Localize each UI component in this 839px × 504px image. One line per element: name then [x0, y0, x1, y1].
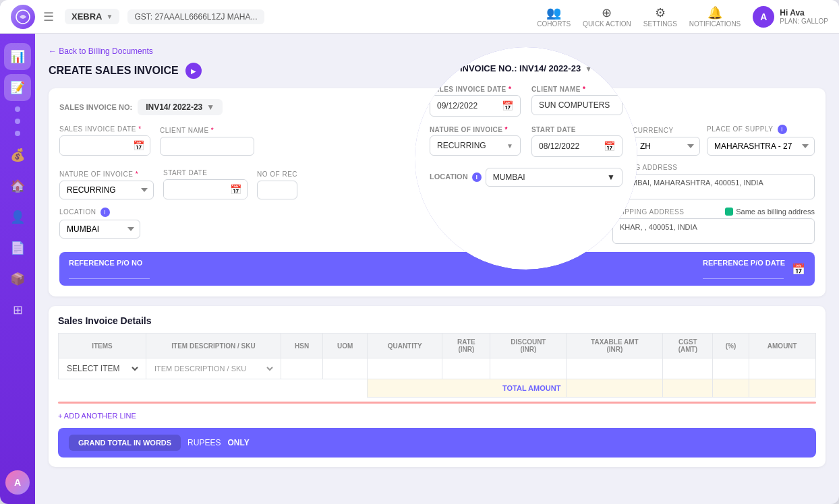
sales-date-input[interactable]: 09/12/2022 — [60, 137, 127, 154]
zoom-sales-date-calendar-icon[interactable]: 📅 — [502, 100, 513, 111]
cgst-pct-cell — [713, 358, 749, 379]
invoice-no-badge: INV14/ 2022-23 ▼ — [138, 99, 223, 115]
sidebar-user-avatar[interactable]: A — [5, 470, 30, 495]
place-of-supply-select[interactable]: MAHARASHTRA - 27 — [707, 137, 815, 156]
avatar: A — [753, 6, 774, 28]
ref-po-no-input[interactable] — [69, 269, 150, 279]
location-select[interactable]: MUMBAI — [59, 220, 140, 239]
page-header: CREATE SALES INVOICE ▶ — [49, 63, 826, 79]
zoom-location-select[interactable]: MUMBAI ▼ — [486, 168, 623, 187]
quick-action-button[interactable]: ⊕ QUICK ACTION — [583, 5, 631, 28]
sidebar-item-grid[interactable]: ⊞ — [4, 296, 31, 323]
zoom-nature-select[interactable]: RECURRING ▼ — [430, 135, 521, 156]
total-amount-label: TOTAL AMOUNT — [368, 379, 567, 398]
invoice-no-value: INV14/ 2022-23 — [146, 102, 202, 112]
col-cgst-amt: CGST(AMT) — [663, 334, 713, 358]
discount-cell — [490, 358, 567, 379]
back-link[interactable]: Back to Billing Documents — [49, 46, 153, 56]
sidebar-item-billing[interactable]: 📝 — [4, 74, 31, 101]
table-row: SELECT ITEM ITEM DESCRIPTION / SKU — [59, 358, 816, 379]
sidebar-bottom: A — [5, 470, 30, 495]
item-cell: SELECT ITEM — [59, 358, 146, 379]
top-nav: ☰ XEBRA ▼ GST: 27AAALL6666L1ZJ MAHA... 👥… — [0, 0, 839, 34]
total-amount — [749, 379, 815, 398]
ref-po-date-input[interactable] — [703, 269, 784, 279]
zoom-sales-date-input[interactable]: 09/12/2022 📅 — [430, 95, 521, 117]
billing-address-group: BILLING ADDRESS MUMBAI, MAHARASHTRA, 400… — [612, 164, 815, 199]
user-menu[interactable]: A Hi Ava PLAN: GALLOP — [753, 6, 828, 28]
zoom-row-2: NATURE OF INVOICE * RECURRING ▼ START DA… — [430, 126, 623, 157]
total-cgst-amt — [663, 379, 713, 398]
currency-label: CURRENCY — [633, 127, 700, 134]
add-line-button[interactable]: + ADD ANOTHER LINE — [58, 412, 136, 420]
app-logo — [11, 5, 35, 29]
company-selector[interactable]: XEBRA ▼ — [65, 9, 119, 24]
ref-po-date-calendar-icon[interactable]: 📅 — [792, 263, 805, 276]
sidebar-item-reports[interactable]: 📄 — [4, 234, 31, 261]
currency-select[interactable]: ZH — [633, 137, 700, 156]
sidebar-item-inventory[interactable]: 📦 — [4, 265, 31, 292]
sidebar: 📊 📝 💰 🏠 👤 📄 📦 ⊞ A — [0, 34, 35, 504]
col-items: ITEMS — [59, 334, 146, 358]
zoom-client-name-input[interactable]: SUN COMPUTERS — [531, 95, 623, 115]
no-of-rec-group: NO OF REC 11 — [257, 170, 297, 199]
grand-total-section: GRAND TOTAL IN WORDS RUPEES ONLY — [58, 428, 816, 458]
invoice-no-arrow-icon: ▼ — [206, 102, 214, 112]
col-taxable: TAXABLE AMT(INR) — [567, 334, 663, 358]
sales-date-input-wrapper: 09/12/2022 📅 — [59, 135, 150, 156]
sidebar-item-money[interactable]: 💰 — [4, 141, 31, 168]
items-table: ITEMS ITEM DESCRIPTION / SKU HSN UOM QUA… — [58, 333, 816, 398]
sidebar-item-home[interactable]: 🏠 — [4, 172, 31, 199]
zoom-overlay: INVOICE NO.: INV14/ 2022-23 ▼ SALES INVO… — [415, 47, 637, 270]
user-plan: PLAN: GALLOP — [780, 18, 828, 25]
company-name: XEBRA — [71, 11, 103, 22]
bell-icon: 🔔 — [707, 5, 722, 20]
company-arrow-icon: ▼ — [107, 13, 113, 20]
nature-select[interactable]: RECURRING — [59, 181, 154, 199]
desc-select[interactable]: ITEM DESCRIPTION / SKU — [152, 364, 275, 373]
reference-section: REFERENCE P/O NO REFERENCE P/O DATE 📅 — [59, 252, 815, 286]
zoom-start-date-field: START DATE 08/12/2022 📅 — [531, 126, 623, 157]
same-billing-checkbox-row: Same as billing address — [725, 208, 815, 216]
zoom-location-info-icon: i — [472, 172, 482, 182]
taxable-cell — [567, 358, 663, 379]
desc-cell: ITEM DESCRIPTION / SKU — [146, 358, 281, 379]
start-date-input[interactable]: 08/12/2022 — [164, 181, 225, 198]
item-select[interactable]: SELECT ITEM — [64, 363, 140, 374]
hamburger-icon[interactable]: ☰ — [43, 9, 54, 24]
settings-icon: ⚙ — [655, 5, 666, 20]
zoom-location-arrow-icon: ▼ — [607, 172, 615, 182]
settings-button[interactable]: ⚙ SETTINGS — [643, 5, 677, 28]
start-date-group: START DATE 08/12/2022 📅 — [163, 169, 248, 199]
sales-date-calendar-icon[interactable]: 📅 — [127, 136, 150, 155]
invoice-no-label: SALES INVOICE NO: — [59, 103, 132, 111]
zoom-start-date-calendar-icon[interactable]: 📅 — [604, 141, 615, 152]
sidebar-item-users[interactable]: 👤 — [4, 203, 31, 230]
shipping-address-input[interactable]: KHAR, , 400051, INDIA — [612, 218, 815, 244]
progress-bar — [58, 402, 816, 404]
sales-date-group: SALES INVOICE DATE * 09/12/2022 📅 — [59, 125, 150, 156]
user-greeting: Hi Ava — [780, 8, 828, 18]
col-uom: UOM — [323, 334, 368, 358]
cohorts-button[interactable]: 👥 COHORTS — [537, 5, 571, 28]
billing-address-input[interactable]: MUMBAI, MAHARASHTRA, 400051, INDIA — [612, 174, 815, 199]
sidebar-item-dashboard[interactable]: 📊 — [4, 43, 31, 70]
nature-group: NATURE OF INVOICE * RECURRING — [59, 170, 154, 199]
billing-address-label: BILLING ADDRESS — [612, 164, 815, 171]
place-of-supply-group: PLACE OF SUPPLY i MAHARASHTRA - 27 — [707, 125, 815, 156]
client-name-input[interactable]: SUN COMPUTERS — [160, 137, 254, 156]
cgst-amt-cell — [663, 358, 713, 379]
grand-total-rupees: RUPEES — [187, 438, 221, 447]
zoom-start-date-input[interactable]: 08/12/2022 📅 — [531, 135, 623, 157]
cohorts-icon: 👥 — [546, 5, 561, 20]
play-button[interactable]: ▶ — [185, 63, 202, 79]
currency-group: CURRENCY ZH — [633, 127, 700, 156]
shipping-address-group: SHIPPING ADDRESS Same as billing address… — [612, 208, 815, 244]
quick-action-icon: ⊕ — [602, 5, 612, 20]
col-cgst-pct: (%) — [713, 334, 749, 358]
no-of-rec-input[interactable]: 11 — [257, 181, 297, 199]
start-date-calendar-icon[interactable]: 📅 — [225, 180, 247, 199]
hsn-cell — [281, 358, 323, 379]
rate-cell — [442, 358, 490, 379]
notifications-button[interactable]: 🔔 NOTIFICATIONS — [689, 5, 741, 28]
